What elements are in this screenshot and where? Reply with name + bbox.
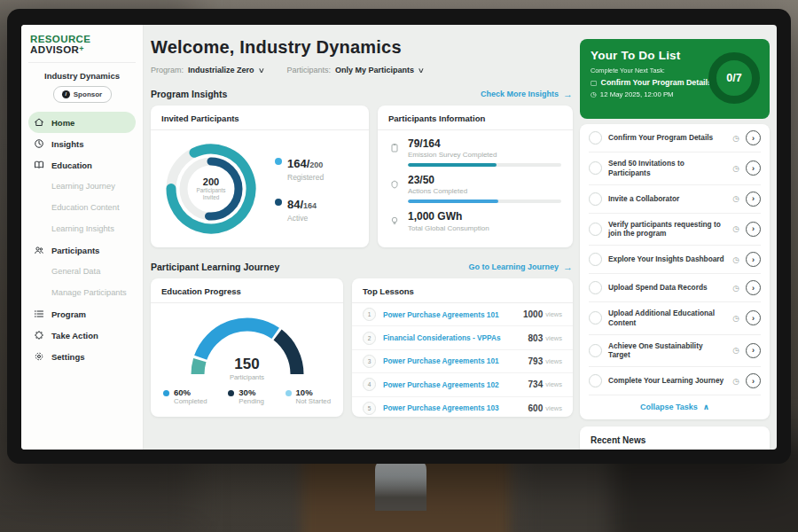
task-open-chevron-button[interactable]: ›	[746, 343, 761, 358]
education-icon	[34, 160, 44, 170]
task-row-4: Verify participants requesting to join t…	[589, 214, 761, 246]
sidebar-item-label: Settings	[51, 352, 84, 362]
task-checkbox[interactable]	[589, 253, 602, 266]
lesson-views-suffix: views	[545, 404, 562, 412]
lesson-link[interactable]: Financial Considerations - VPPAs	[383, 333, 528, 342]
clock-icon: ◷	[732, 314, 739, 323]
lesson-views-count: 793	[528, 356, 544, 366]
info-row-value: 1,000 GWh	[408, 211, 561, 223]
task-label: Explore Your Insights Dashboard	[608, 254, 726, 264]
sidebar-item-insights[interactable]: Insights	[28, 133, 136, 154]
legend-value-main: 84/	[287, 198, 303, 211]
collapse-tasks-label: Collapse Tasks	[640, 403, 698, 411]
info-row-label: Emission Survey Completed	[408, 151, 561, 159]
sponsor-label: Sponsor	[74, 90, 102, 98]
task-checkbox[interactable]	[589, 374, 602, 387]
education-progress-card: Education Progress 150 Participants 60% …	[151, 278, 343, 417]
progress-bar-fill	[408, 200, 498, 203]
program-icon	[34, 309, 44, 319]
task-checkbox[interactable]	[589, 281, 602, 294]
task-checkbox[interactable]	[589, 192, 602, 206]
task-row-9: Complete Your Learning Journey ◷ ›	[589, 367, 761, 395]
insights-icon	[34, 138, 44, 149]
progress-bar-fill	[408, 163, 497, 167]
task-open-chevron-button[interactable]: ›	[746, 280, 761, 295]
task-open-chevron-button[interactable]: ›	[746, 130, 761, 145]
lesson-row-3: 3 Power Purchase Agreements 101 793 view…	[352, 350, 573, 373]
task-label: Achieve One Sustainability Target	[608, 341, 726, 361]
gauge-legend-label: Completed	[174, 397, 207, 405]
task-open-chevron-button[interactable]: ›	[746, 160, 761, 176]
check-more-insights-link[interactable]: Check More Insights →	[481, 89, 573, 99]
legend-dot-icon	[275, 158, 282, 165]
home-icon	[34, 117, 44, 128]
donut-legend-item: 164/200 Registered	[275, 155, 324, 182]
task-open-chevron-button[interactable]: ›	[746, 192, 761, 207]
todo-header-panel: Your To Do List Complete Your Next Task:…	[580, 39, 770, 119]
lesson-link[interactable]: Power Purchase Agreements 103	[383, 403, 528, 412]
task-row-7: Upload Additional Educational Content ◷ …	[589, 302, 761, 335]
task-label: Confirm Your Program Details	[608, 133, 726, 143]
invited-participants-body: 200 Participants Invited 164/200 Registe…	[151, 130, 369, 242]
info-row-label: Total Global Consumption	[408, 224, 561, 232]
legend-value-main: 164/	[287, 157, 309, 170]
sidebar-item-program[interactable]: Program	[28, 303, 136, 325]
sidebar-item-general-data[interactable]: General Data	[28, 261, 136, 282]
clock-icon: ◷	[732, 346, 739, 355]
filters-row: Program: Industrialize Zero ∨ Participan…	[151, 66, 573, 74]
task-checkbox[interactable]	[589, 311, 602, 325]
lesson-link[interactable]: Power Purchase Agreements 101	[383, 310, 523, 319]
todo-next-task-label: Confirm Your Program Details	[601, 78, 712, 87]
sidebar-item-education[interactable]: Education	[28, 154, 136, 176]
sidebar-item-label: Take Action	[51, 331, 98, 340]
arrow-right-icon: →	[563, 89, 573, 99]
clock-icon: ◷	[732, 284, 739, 293]
progress-bar	[408, 163, 561, 167]
check-more-insights-label: Check More Insights	[481, 90, 559, 98]
sidebar-item-label: Insights	[51, 139, 83, 149]
logo-plus: +	[79, 44, 84, 53]
lesson-views-suffix: views	[545, 357, 562, 365]
task-open-chevron-button[interactable]: ›	[746, 222, 761, 237]
sidebar-item-take-action[interactable]: Take Action	[28, 325, 136, 346]
participants-filter-dropdown[interactable]: Participants: Only My Participants ∨	[286, 66, 423, 74]
task-open-chevron-button[interactable]: ›	[746, 310, 761, 325]
sidebar-item-settings[interactable]: Settings	[28, 346, 136, 367]
sidebar-item-home[interactable]: Home	[28, 112, 136, 133]
sidebar-item-participants[interactable]: Participants	[28, 239, 136, 261]
sidebar-item-learning-insights[interactable]: Learning Insights	[28, 218, 136, 239]
task-open-chevron-button[interactable]: ›	[746, 373, 761, 388]
monitor-stand	[375, 458, 426, 511]
lesson-link[interactable]: Power Purchase Agreements 102	[383, 380, 528, 389]
survey-icon	[389, 138, 401, 167]
logo-advisor: ADVISOR	[30, 44, 79, 55]
donut-center-caption-1: Participants	[197, 187, 226, 194]
sponsor-badge[interactable]: / Sponsor	[53, 86, 112, 103]
task-checkbox[interactable]	[589, 223, 602, 236]
legend-value-sub: 200	[309, 160, 323, 169]
gauge-legend-item: 30% Pending	[228, 388, 264, 405]
sidebar-menu: Home Insights Education Learning Journey…	[28, 112, 136, 367]
learning-journey-title: Participant Learning Journey	[151, 262, 279, 272]
lesson-link[interactable]: Power Purchase Agreements 101	[383, 356, 528, 365]
legend-dot-icon	[286, 390, 292, 396]
sidebar-item-education-content[interactable]: Education Content	[28, 197, 136, 218]
sidebar-item-label: General Data	[51, 267, 100, 276]
lesson-views-suffix: views	[545, 334, 562, 342]
task-open-chevron-button[interactable]: ›	[746, 252, 761, 267]
sidebar-item-learning-journey[interactable]: Learning Journey	[28, 176, 136, 197]
actions-icon	[389, 175, 401, 203]
sidebar-item-manage-participants[interactable]: Manage Participants	[28, 282, 136, 303]
task-label: Invite a Collaborator	[608, 194, 726, 204]
gauge-legend-item: 10% Not Started	[286, 388, 331, 405]
app-logo: RESOURCE ADVISOR+	[28, 34, 136, 55]
task-checkbox[interactable]	[589, 344, 602, 357]
program-filter-dropdown[interactable]: Program: Industrialize Zero ∨	[151, 66, 263, 74]
todo-due-label: 12 May 2025, 12:00 PM	[600, 90, 674, 98]
go-to-learning-journey-label: Go to Learning Journey	[468, 262, 559, 271]
collapse-tasks-link[interactable]: Collapse Tasks ∧	[589, 395, 761, 419]
go-to-learning-journey-link[interactable]: Go to Learning Journey →	[468, 262, 573, 272]
invited-participants-card: Invited Participants 200 Participants In…	[151, 106, 369, 247]
task-checkbox[interactable]	[589, 131, 602, 145]
task-checkbox[interactable]	[589, 161, 602, 175]
